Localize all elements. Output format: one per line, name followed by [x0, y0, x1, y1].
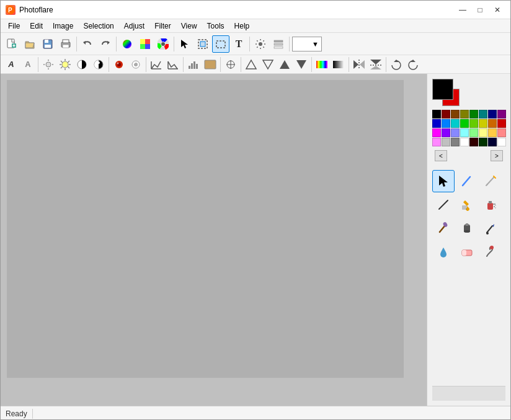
hue-saturation-button[interactable] [118, 35, 136, 53]
save-button[interactable] [39, 35, 56, 53]
redo-button[interactable] [97, 35, 114, 53]
sepia-button[interactable] [202, 57, 218, 72]
spray-tool[interactable] [479, 194, 502, 216]
smudge-tool[interactable] [479, 241, 502, 263]
palette-color[interactable] [497, 138, 506, 146]
rotate-ccw-button[interactable] [405, 57, 421, 72]
fill-tool[interactable] [456, 194, 478, 216]
tri-fill2-button[interactable] [293, 57, 309, 72]
menu-adjust[interactable]: Adjust [119, 19, 149, 33]
layers-button[interactable] [270, 35, 287, 53]
palette-color[interactable] [488, 110, 497, 118]
contrast2-button[interactable] [91, 57, 107, 72]
tri-outline2-button[interactable] [260, 57, 276, 72]
text-aa2-button[interactable]: A [20, 57, 36, 72]
palette-color[interactable] [497, 119, 506, 128]
minimize-button[interactable]: — [455, 3, 471, 17]
menu-view[interactable]: View [176, 19, 202, 33]
crosshair-button[interactable] [223, 57, 239, 72]
print-button[interactable] [57, 35, 74, 53]
maximize-button[interactable]: □ [472, 3, 488, 17]
palette-color[interactable] [442, 128, 450, 137]
levels-r-button[interactable] [165, 57, 181, 72]
palette-next-button[interactable]: > [491, 150, 503, 161]
flip-h-button[interactable] [351, 57, 367, 72]
undo-button[interactable] [79, 35, 96, 53]
brightness-up-button[interactable] [57, 57, 73, 72]
contrast1-button[interactable] [74, 57, 90, 72]
tri-outline1-button[interactable] [243, 57, 259, 72]
menu-selection[interactable]: Selection [78, 19, 118, 33]
dropper-tool[interactable] [432, 241, 455, 263]
palette-color[interactable] [497, 128, 506, 137]
rainbow-button[interactable] [314, 57, 330, 72]
menu-image[interactable]: Image [48, 19, 78, 33]
palette-color[interactable] [451, 128, 460, 137]
palette-color[interactable] [432, 119, 441, 128]
red-eye-button[interactable] [111, 57, 127, 72]
ink-tool[interactable] [479, 217, 502, 239]
brush-tool[interactable] [432, 217, 455, 239]
canvas-area[interactable] [1, 74, 427, 406]
clone-tool[interactable] [456, 217, 478, 239]
flip-v-button[interactable] [368, 57, 384, 72]
eraser-tool[interactable] [456, 241, 478, 263]
palette-color[interactable] [432, 110, 441, 118]
palette-color[interactable] [479, 110, 487, 118]
select-rect-button[interactable] [212, 35, 229, 53]
menu-help[interactable]: Help [229, 19, 255, 33]
open-button[interactable] [21, 35, 38, 53]
palette-color[interactable] [460, 138, 469, 146]
smart-eraser-tool[interactable] [479, 170, 502, 192]
palette-color[interactable] [460, 128, 469, 137]
color-balance-button[interactable] [136, 35, 154, 53]
crop-button[interactable] [194, 35, 211, 53]
select-tool[interactable] [432, 170, 455, 192]
palette-color[interactable] [442, 110, 450, 118]
menu-edit[interactable]: Edit [25, 19, 48, 33]
menu-file[interactable]: File [3, 19, 25, 33]
palette-color[interactable] [488, 119, 497, 128]
palette-color[interactable] [442, 119, 450, 128]
pointer-button[interactable] [176, 35, 193, 53]
tri-fill1-button[interactable] [277, 57, 293, 72]
color-wheel-button[interactable] [154, 35, 172, 53]
foreground-color[interactable] [432, 79, 453, 100]
levels-l-button[interactable] [148, 57, 164, 72]
line-tool[interactable] [432, 194, 455, 216]
palette-color[interactable] [469, 119, 478, 128]
palette-color[interactable] [451, 138, 460, 146]
brightness-down-button[interactable] [40, 57, 56, 72]
palette-color[interactable] [497, 110, 506, 118]
palette-color[interactable] [451, 110, 460, 118]
palette-color[interactable] [479, 119, 487, 128]
palette-color[interactable] [432, 138, 441, 146]
palette-color[interactable] [469, 128, 478, 137]
close-button[interactable]: ✕ [489, 3, 505, 17]
palette-color[interactable] [432, 128, 441, 137]
grayscale-button[interactable] [331, 57, 347, 72]
palette-color[interactable] [488, 128, 497, 137]
canvas[interactable] [7, 80, 404, 378]
palette-color[interactable] [479, 138, 487, 146]
palette-color[interactable] [479, 128, 487, 137]
settings-button[interactable] [252, 35, 269, 53]
palette-color[interactable] [460, 119, 469, 128]
palette-color[interactable] [488, 138, 497, 146]
dropdown-button[interactable]: ▼ [291, 35, 322, 53]
palette-color[interactable] [469, 138, 478, 146]
menu-tools[interactable]: Tools [202, 19, 229, 33]
palette-color[interactable] [460, 110, 469, 118]
palette-color[interactable] [442, 138, 450, 146]
palette-color[interactable] [451, 119, 460, 128]
rotate-cw-button[interactable] [388, 57, 404, 72]
palette-prev-button[interactable]: < [435, 150, 447, 161]
text-button[interactable]: T [230, 35, 247, 53]
palette-color[interactable] [469, 110, 478, 118]
histogram-button[interactable] [185, 57, 202, 72]
pencil-tool[interactable] [456, 170, 478, 192]
bw-button[interactable] [128, 57, 144, 72]
new-button[interactable] [3, 35, 20, 53]
text-aa-button[interactable]: A [3, 57, 19, 72]
menu-filter[interactable]: Filter [149, 19, 176, 33]
